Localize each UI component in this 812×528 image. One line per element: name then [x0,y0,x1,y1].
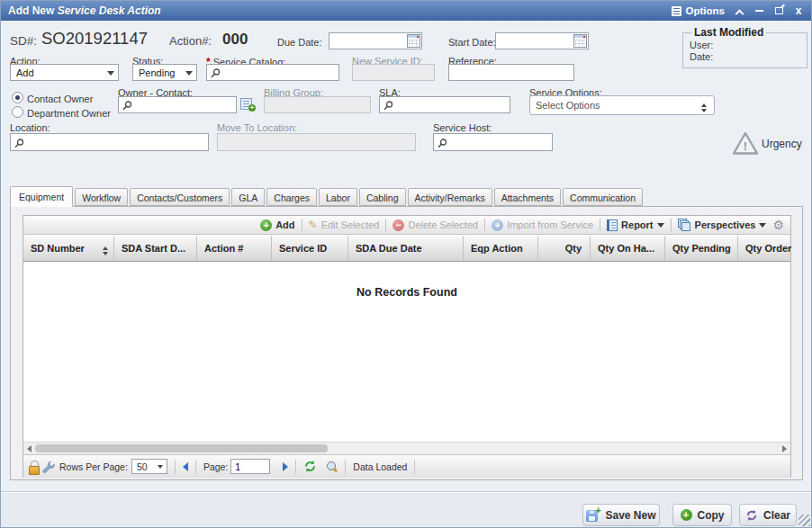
billing-group-input [264,96,371,113]
close-icon: x [796,5,802,16]
start-date-input[interactable] [495,32,589,49]
dropdown-arrow-icon [657,223,664,231]
resize-grip[interactable] [798,515,810,526]
due-date-input[interactable] [329,32,422,49]
minimize-button[interactable] [753,4,764,17]
department-owner-radio[interactable] [12,106,23,118]
tab-attachments[interactable]: Attachments [494,188,561,206]
last-modified-fieldset: Last Modified User: Date: [682,26,807,68]
tab-communication[interactable]: Communication [563,188,643,206]
tab-activity-remarks[interactable]: Activity/Remarks [408,188,492,206]
column-header-eqp-action[interactable]: Eqp Action [464,236,538,261]
sort-icon[interactable] [103,244,108,258]
lock-icon[interactable] [28,461,39,473]
column-header-sd-number[interactable]: SD Number [23,236,114,261]
edit-selected-button[interactable]: ✎Edit Selected [309,219,380,231]
service-options-select[interactable]: Select Options [529,95,715,115]
dropdown-arrow-icon [107,71,114,76]
grid-body: No Records Found [23,263,790,442]
status-select[interactable]: Pending [132,64,197,81]
contact-owner-label: Contact Owner [27,94,93,104]
svg-text:!: ! [744,139,747,153]
sla-input[interactable] [379,96,510,113]
clear-button[interactable]: Clear [739,504,797,526]
action-select[interactable]: Add [10,64,119,81]
spinner-icon [701,101,707,115]
action-number-value: 000 [222,31,248,49]
column-header-service-id[interactable]: Service ID [272,236,348,261]
search-icon [383,101,393,111]
add-icon: + [260,219,272,231]
last-modified-title: Last Modified [691,26,766,39]
options-button[interactable]: Options [686,5,725,16]
scrollbar-thumb[interactable] [35,444,328,452]
perspectives-button[interactable]: Perspectives [678,219,767,231]
tab-labor[interactable]: Labor [319,188,357,206]
footer-bar: +Save New +Copy Clear [1,493,811,528]
column-header-qty-order[interactable]: Qty Order [738,236,806,261]
tab-panel-equipment: +Add ✎Edit Selected −Delete Selected +Im… [10,206,803,480]
due-date-label: Due Date: [277,37,322,48]
column-header-sda-start-date[interactable]: SDA Start D... [114,236,197,261]
column-header-qty-pending[interactable]: Qty Pending [665,236,738,261]
service-catalog-input[interactable] [206,64,339,81]
import-from-service-button[interactable]: +Import from Service [492,219,593,231]
search-icon [122,101,132,111]
select-contact-icon[interactable]: + [240,97,256,112]
tab-equipment[interactable]: Equipment [10,186,73,207]
tab-gla[interactable]: GLA [231,188,265,206]
rows-per-page-select[interactable]: 50 [131,459,167,474]
clear-icon [745,509,758,522]
last-modified-date-label: Date: [690,51,800,62]
delete-icon: − [392,219,404,231]
tab-contacts-customers[interactable]: Contacts/Customers [130,188,230,206]
rows-per-page-label: Rows Per Page: [59,461,128,472]
wrench-icon[interactable] [42,461,55,473]
dropdown-arrow-icon [158,465,163,471]
move-to-location-label: Move To Location: [217,122,297,133]
sd-number-value: SO201921147 [41,29,148,49]
column-header-qty-on-hand[interactable]: Qty On Ha... [591,236,665,261]
contact-owner-radio[interactable] [12,92,23,103]
refresh-icon[interactable] [303,460,317,473]
due-date-calendar-icon[interactable] [407,34,420,48]
scroll-left-arrow-icon[interactable] [27,445,32,452]
popout-button[interactable] [773,4,784,17]
grid-settings-gear-icon[interactable]: ⚙ [772,218,784,232]
minimize-icon [755,10,763,12]
collapse-button[interactable] [734,4,744,17]
reference-input[interactable] [448,64,574,81]
horizontal-scrollbar[interactable] [23,442,790,454]
column-header-qty[interactable]: Qty [538,236,591,261]
tab-cabling[interactable]: Cabling [359,188,406,206]
tab-charges[interactable]: Charges [266,188,317,206]
title-bar: Add New Service Desk Action Options x [1,1,811,21]
start-date-calendar-icon[interactable] [573,34,587,48]
urgency-warning-icon[interactable]: ! [732,131,759,156]
search-records-icon[interactable] [326,461,338,472]
delete-selected-button[interactable]: −Delete Selected [392,219,478,231]
next-page-button[interactable] [283,462,288,471]
service-host-input[interactable] [433,133,553,151]
report-button[interactable]: Report [607,219,663,231]
grid-toolbar: +Add ✎Edit Selected −Delete Selected +Im… [23,216,790,235]
previous-page-button[interactable] [183,462,188,471]
location-input[interactable] [10,133,209,151]
column-header-sda-due-date[interactable]: SDA Due Date [348,236,464,261]
owner-contact-input[interactable] [118,96,237,113]
close-button[interactable]: x [793,4,804,17]
action-number-label: Action#: [169,34,212,48]
add-button[interactable]: +Add [260,219,294,231]
page-number-input[interactable] [230,459,270,474]
scroll-right-arrow-icon[interactable] [782,445,787,452]
page-label: Page: [203,461,228,472]
grid-pager: Rows Per Page: 50 Page: Data Loaded [23,454,790,478]
tab-workflow[interactable]: Workflow [75,188,128,206]
copy-button[interactable]: +Copy [672,504,732,526]
report-icon [607,219,618,231]
save-new-button[interactable]: +Save New [582,504,660,526]
search-icon [438,139,447,148]
urgency-label: Urgency [762,138,802,150]
column-header-action-number[interactable]: Action # [197,236,272,261]
department-owner-label: Department Owner [27,108,111,119]
